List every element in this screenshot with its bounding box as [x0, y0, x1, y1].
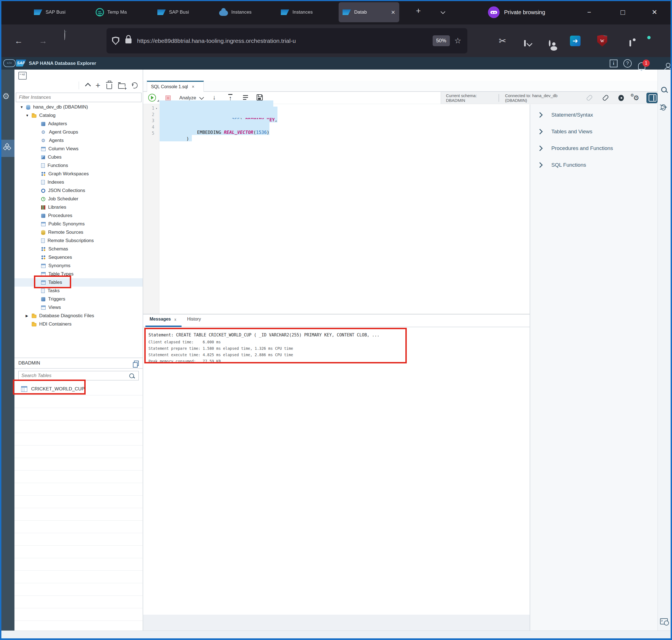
reload-icon[interactable] [64, 30, 65, 40]
tree-item[interactable]: ▼ hana_dev_db (DBADMIN) [14, 103, 143, 111]
messages-scrollbar-track[interactable] [143, 615, 529, 630]
tracking-shield-icon[interactable] [112, 37, 119, 45]
forward-icon[interactable]: → [39, 36, 47, 46]
close-button[interactable]: ✕ [652, 0, 657, 25]
help-panel-item[interactable]: Statement/Syntax [530, 106, 658, 123]
tree-item[interactable]: ▶ Database Diagnostic Files [14, 312, 143, 320]
messages-tab-close-icon[interactable]: x [174, 317, 176, 322]
tab-close-icon[interactable]: ✕ [391, 9, 395, 16]
tree-expander-icon[interactable]: ▼ [26, 114, 32, 117]
tree-item[interactable]: Schemas [14, 245, 143, 253]
minimize-button[interactable]: − [587, 0, 591, 25]
tree-item[interactable]: Functions [14, 161, 143, 170]
help-icon[interactable]: ? [623, 59, 632, 68]
messages-tab[interactable]: Messages [150, 317, 171, 322]
filter-instances-field[interactable] [16, 93, 141, 102]
settings-gear-icon[interactable]: ⚙ [2, 91, 10, 101]
notifications-bell-icon[interactable]: 1 [638, 62, 645, 70]
tree-item[interactable]: Synonyms [14, 262, 143, 270]
browser-tab[interactable]: SAP Busi [30, 2, 91, 22]
extension-blue-icon[interactable]: ➜ [570, 35, 581, 46]
lock-icon[interactable] [125, 39, 132, 43]
help-panel-item[interactable]: SQL Functions [530, 157, 658, 173]
browser-tab[interactable]: Datab ✕ [339, 2, 399, 22]
add-folder-icon[interactable] [118, 84, 125, 89]
database-explorer-rail-item[interactable] [0, 140, 14, 157]
browser-tab[interactable]: Instances [277, 2, 338, 22]
tab-dropdown-icon[interactable] [441, 10, 444, 15]
history-tab[interactable]: History [187, 317, 201, 322]
search-help-icon[interactable] [661, 87, 667, 92]
tree-item-label: Cubes [48, 155, 61, 160]
maximize-button[interactable]: □ [621, 0, 625, 25]
sql-console-tab-label: SQL Console 1.sql [151, 84, 188, 89]
collapse-all-icon[interactable] [85, 83, 89, 88]
open-console-icon[interactable] [660, 618, 668, 624]
save-icon[interactable] [257, 94, 263, 100]
tree-item[interactable]: Procedures [14, 212, 143, 220]
sql-console-tab[interactable]: SQL Console 1.sql × [147, 81, 204, 92]
tree-item[interactable]: Cubes [14, 153, 143, 161]
tree-item[interactable]: HDI Containers [14, 320, 143, 328]
pocket-icon[interactable] [524, 40, 526, 46]
reconnect-icon[interactable] [602, 94, 609, 101]
fold-icon[interactable]: ▾ [154, 107, 159, 110]
screenshot-tool-icon[interactable]: ✂ [499, 35, 506, 46]
user-icon[interactable] [665, 64, 670, 70]
open-sql-console-icon[interactable]: > sql [18, 72, 27, 79]
search-icon[interactable] [129, 374, 134, 378]
sql-settings-icon[interactable]: ⚙ [633, 95, 640, 101]
tree-item[interactable]: Column Views [14, 145, 143, 153]
help-panel-item[interactable]: Procedures and Functions [530, 140, 658, 157]
help-panel-item[interactable]: Tables and Views [530, 123, 658, 140]
browser-tab[interactable]: Instances [215, 2, 276, 22]
extension-shield-icon[interactable]: w 1 [597, 35, 607, 47]
tree-item[interactable]: Agent Groups [14, 128, 143, 136]
info-icon[interactable]: i [610, 60, 617, 67]
debug-icon[interactable] [661, 104, 666, 111]
url-text[interactable]: https://ebe89d8btrial.hana-tooling.ingre… [137, 38, 433, 44]
core-data-icon[interactable] [618, 95, 624, 101]
tree-item[interactable]: ▼ Catalog [14, 111, 143, 120]
tree-item[interactable]: Remote Sources [14, 228, 143, 236]
browser-nav-bar: ← → https://ebe89d8btrial.hana-tooling.i… [0, 25, 672, 57]
tree-item[interactable]: Triggers [14, 295, 143, 303]
tree-item[interactable]: Agents [14, 136, 143, 145]
panel-toggle-icon[interactable] [646, 93, 658, 103]
format-code-icon[interactable] [242, 95, 249, 100]
tree-item[interactable]: Remote Subscriptions [14, 236, 143, 245]
browser-tab[interactable]: Temp Ma [92, 2, 152, 22]
back-icon[interactable]: ← [14, 36, 23, 46]
tree-item[interactable]: Adapters [14, 120, 143, 128]
filter-instances-input[interactable] [16, 93, 141, 102]
zoom-level-badge[interactable]: 50% [433, 35, 450, 46]
tree-item[interactable]: Sequences [14, 253, 143, 262]
cloud-code-icon[interactable]: </> [3, 59, 16, 67]
stop-icon[interactable] [165, 96, 171, 101]
search-tables-input[interactable] [19, 373, 129, 378]
extensions-puzzle-icon[interactable] [629, 40, 631, 46]
new-tab-button[interactable]: + [416, 6, 421, 16]
tree-item[interactable]: Views [14, 303, 143, 312]
account-icon[interactable] [549, 40, 551, 46]
open-in-new-icon[interactable] [134, 361, 139, 366]
bookmark-star-icon[interactable]: ☆ [454, 36, 461, 45]
browser-tab[interactable]: SAP Busi [153, 2, 214, 22]
tree-item[interactable]: Graph Workspaces [14, 170, 143, 178]
tree-expander-icon[interactable]: ▼ [20, 105, 26, 109]
tree-item[interactable]: Job Scheduler [14, 195, 143, 203]
delete-icon[interactable] [106, 84, 112, 89]
refresh-icon[interactable] [131, 82, 138, 89]
tree-item[interactable]: Public Synonyms [14, 220, 143, 228]
chevron-down-icon [199, 95, 204, 100]
tree-item[interactable]: Libraries [14, 203, 143, 212]
search-tables-field[interactable] [18, 371, 139, 380]
tree-item[interactable]: Indexes [14, 178, 143, 186]
tree-item[interactable]: JSON Collections [14, 186, 143, 195]
run-icon[interactable] [148, 94, 156, 102]
sql-console-tab-close-icon[interactable]: × [192, 84, 194, 89]
tree-expander-icon[interactable]: ▶ [26, 314, 32, 318]
sql-editor[interactable]: 1 ▾ CREATE TABLE CRICKET_WORLD_CUP ( 2 _… [143, 104, 529, 314]
add-instance-icon[interactable]: + [95, 82, 100, 89]
url-bar[interactable]: https://ebe89d8btrial.hana-tooling.ingre… [106, 28, 467, 54]
